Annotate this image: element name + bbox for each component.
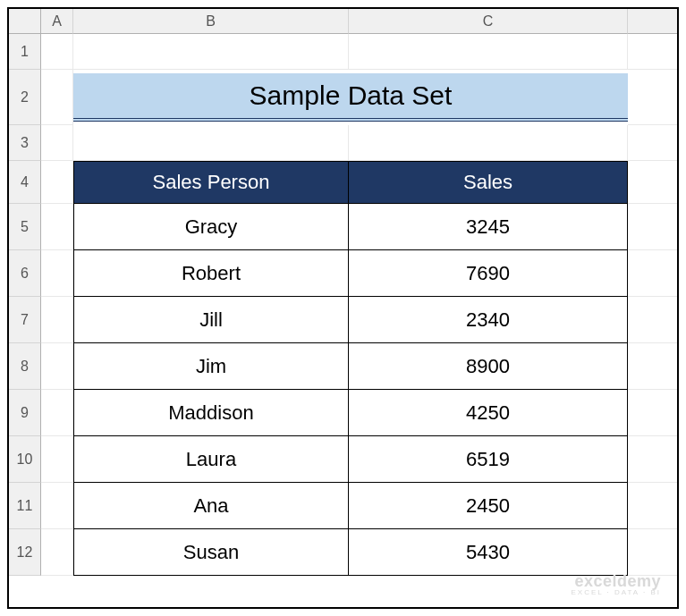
cell-person-6[interactable]: Ana — [73, 483, 349, 529]
cell-sales-0[interactable]: 3245 — [349, 204, 628, 250]
row-header-9[interactable]: 9 — [9, 390, 41, 436]
cell-d11[interactable] — [628, 483, 679, 529]
row-header-5[interactable]: 5 — [9, 204, 41, 250]
cell-d4[interactable] — [628, 161, 679, 204]
title-text: Sample Data Set — [73, 73, 628, 122]
cell-d10[interactable] — [628, 436, 679, 483]
row-header-10[interactable]: 10 — [9, 436, 41, 483]
cell-a2[interactable] — [41, 70, 73, 125]
cell-d9[interactable] — [628, 390, 679, 436]
row-header-4[interactable]: 4 — [9, 161, 41, 204]
row-header-12[interactable]: 12 — [9, 529, 41, 576]
cell-sales-3[interactable]: 8900 — [349, 343, 628, 390]
watermark: exceldemy EXCEL · DATA · BI — [571, 573, 661, 596]
col-header-blank[interactable] — [628, 9, 679, 34]
cell-person-3[interactable]: Jim — [73, 343, 349, 390]
table-header-sales[interactable]: Sales — [349, 161, 628, 204]
cell-d2[interactable] — [628, 70, 679, 125]
cell-sales-4[interactable]: 4250 — [349, 390, 628, 436]
cell-d1[interactable] — [628, 34, 679, 70]
cell-a11[interactable] — [41, 483, 73, 529]
cell-sales-6[interactable]: 2450 — [349, 483, 628, 529]
cell-d12[interactable] — [628, 529, 679, 576]
cell-a12[interactable] — [41, 529, 73, 576]
cell-a4[interactable] — [41, 161, 73, 204]
watermark-tagline: EXCEL · DATA · BI — [571, 589, 661, 596]
cell-b1[interactable] — [73, 34, 349, 70]
row-header-8[interactable]: 8 — [9, 343, 41, 390]
col-header-b[interactable]: B — [73, 9, 349, 34]
col-header-a[interactable]: A — [41, 9, 73, 34]
row-header-7[interactable]: 7 — [9, 297, 41, 343]
cell-a5[interactable] — [41, 204, 73, 250]
cell-person-7[interactable]: Susan — [73, 529, 349, 576]
col-header-c[interactable]: C — [349, 9, 628, 34]
cell-person-0[interactable]: Gracy — [73, 204, 349, 250]
cell-d5[interactable] — [628, 204, 679, 250]
cell-a3[interactable] — [41, 125, 73, 161]
row-header-1[interactable]: 1 — [9, 34, 41, 70]
cell-person-1[interactable]: Robert — [73, 250, 349, 297]
cell-a6[interactable] — [41, 250, 73, 297]
cell-sales-2[interactable]: 2340 — [349, 297, 628, 343]
row-header-11[interactable]: 11 — [9, 483, 41, 529]
row-header-6[interactable]: 6 — [9, 250, 41, 297]
cell-person-4[interactable]: Maddison — [73, 390, 349, 436]
cell-person-5[interactable]: Laura — [73, 436, 349, 483]
cell-c1[interactable] — [349, 34, 628, 70]
cell-d6[interactable] — [628, 250, 679, 297]
cell-a9[interactable] — [41, 390, 73, 436]
cell-sales-7[interactable]: 5430 — [349, 529, 628, 576]
cell-sales-1[interactable]: 7690 — [349, 250, 628, 297]
spreadsheet-frame: A B C 1 2 Sample Data Set 3 4 Sales Pers… — [7, 7, 679, 609]
cell-c3[interactable] — [349, 125, 628, 161]
cell-person-2[interactable]: Jill — [73, 297, 349, 343]
cell-d7[interactable] — [628, 297, 679, 343]
cell-a7[interactable] — [41, 297, 73, 343]
cell-b3[interactable] — [73, 125, 349, 161]
spreadsheet-grid: A B C 1 2 Sample Data Set 3 4 Sales Pers… — [9, 9, 677, 576]
cell-a8[interactable] — [41, 343, 73, 390]
cell-d8[interactable] — [628, 343, 679, 390]
table-header-person[interactable]: Sales Person — [73, 161, 349, 204]
row-header-3[interactable]: 3 — [9, 125, 41, 161]
cell-sales-5[interactable]: 6519 — [349, 436, 628, 483]
title-cell[interactable]: Sample Data Set — [73, 70, 628, 125]
cell-d3[interactable] — [628, 125, 679, 161]
row-header-2[interactable]: 2 — [9, 70, 41, 125]
select-all-corner[interactable] — [9, 9, 41, 34]
watermark-brand: exceldemy — [571, 573, 661, 589]
cell-a1[interactable] — [41, 34, 73, 70]
cell-a10[interactable] — [41, 436, 73, 483]
